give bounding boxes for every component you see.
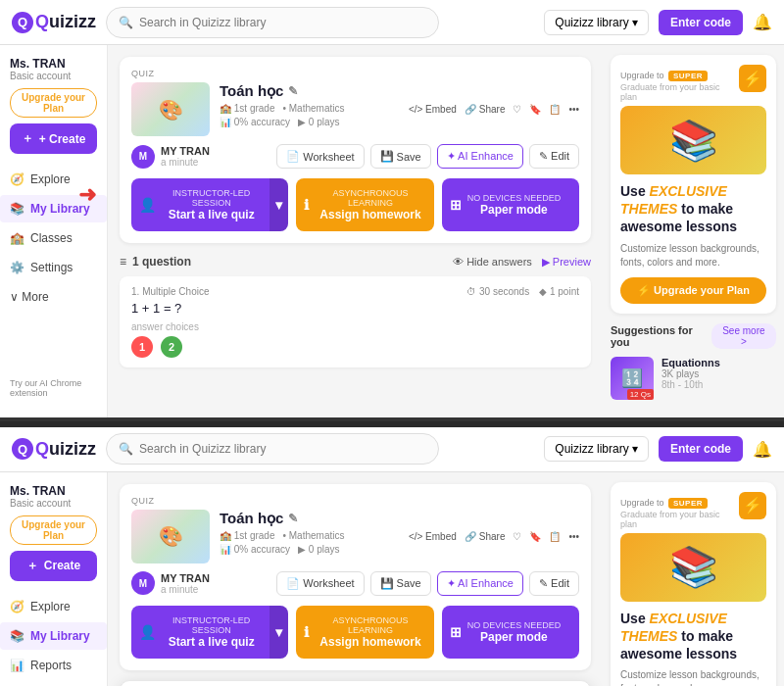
plus-icon: ＋: [22, 130, 33, 147]
author-row-2: M MY TRAN a minute 📄 Worksheet 💾: [131, 571, 579, 596]
upgrade-plan-sidebar-button-2[interactable]: Upgrade your Plan: [10, 515, 97, 545]
questions-header: ≡ 1 question 👁 Hide answers ▶ Preview: [120, 255, 591, 269]
save-button[interactable]: 💾 Save: [370, 144, 431, 169]
edit-button-2[interactable]: ✎ Edit: [529, 571, 579, 596]
notification-bell-icon-2[interactable]: 🔔: [753, 440, 772, 459]
explore-icon-2: 🧭: [10, 600, 24, 613]
worksheet-button[interactable]: 📄 Worksheet: [276, 144, 364, 169]
action-buttons-2: 📄 Worksheet 💾 Save ✦ AI Enhance ✎ Edit: [276, 571, 579, 596]
see-more-button[interactable]: See more >: [711, 323, 776, 349]
subject-badge: • Mathematics: [282, 103, 344, 114]
author-details: MY TRAN a minute: [161, 145, 210, 168]
navbar: Q Quizizz 🔍 Quizizz library ▾ Enter code…: [0, 0, 784, 45]
quizizz-library-button[interactable]: Quizizz library ▾: [544, 10, 649, 35]
ai-enhance-button[interactable]: ✦ AI Enhance: [437, 144, 523, 169]
like-icon[interactable]: ♡: [513, 104, 521, 115]
author-time-2: a minute: [161, 584, 210, 595]
answers: 1 2: [131, 336, 579, 358]
homework-icon-2: ℹ: [304, 624, 309, 640]
try-ai-label: Try our AI Chrome extension: [0, 370, 107, 406]
ai-enhance-button-2[interactable]: ✦ AI Enhance: [437, 571, 523, 596]
copy-icon-2[interactable]: 📋: [549, 531, 561, 542]
promo-headline: Use EXCLUSIVE THEMES to make awesome les…: [620, 182, 766, 236]
enter-code-button[interactable]: Enter code: [659, 10, 743, 35]
more-options-icon-2[interactable]: •••: [568, 531, 579, 542]
enter-code-button-2[interactable]: Enter code: [659, 436, 743, 462]
author-name-2: MY TRAN: [161, 572, 210, 584]
library-icon-2: 📚: [10, 629, 24, 643]
paper-mode-button[interactable]: ⊞ NO DEVICES NEEDED Paper mode: [442, 178, 579, 231]
search-input-2[interactable]: [139, 442, 426, 456]
assign-homework-button[interactable]: ℹ ASYNCHRONOUS LEARNING Assign homework: [296, 178, 433, 231]
search-input[interactable]: [139, 16, 426, 29]
plays-stat-2: ▶ 0 plays: [298, 544, 339, 555]
promo-description: Customize lesson backgrounds, fonts, col…: [620, 242, 766, 270]
promo-icon: ⚡: [739, 65, 766, 92]
promo-card-2: Upgrade to SUPER Graduate from your basi…: [611, 482, 776, 686]
create-button-2[interactable]: ＋ Create: [10, 551, 97, 581]
sidebar-item-classes[interactable]: 🏫 Classes: [0, 224, 107, 252]
more-options-icon[interactable]: •••: [568, 104, 579, 115]
embed-link[interactable]: </> Embed: [409, 104, 457, 115]
accuracy-stat-2: 📊 0% accuracy: [220, 544, 290, 555]
user-name: Ms. TRAN: [10, 57, 97, 71]
assign-homework-button-2[interactable]: ℹ ASYNCHRONOUS LEARNING Assign homework: [296, 606, 433, 659]
author-name: MY TRAN: [161, 145, 210, 157]
suggestion-grade-0: 8th - 10th: [662, 379, 776, 390]
save-button-2[interactable]: 💾 Save: [370, 571, 431, 596]
quiz-card-2: QUIZ 🎨 Toán học ✎ 🏫 1st grade • Mathemat…: [120, 484, 591, 670]
quiz-meta: 🏫 1st grade • Mathematics: [220, 103, 399, 114]
copy-icon[interactable]: 📋: [549, 104, 561, 115]
assign-buttons-row-2: 👤 INSTRUCTOR-LED SESSION Start a live qu…: [131, 606, 579, 659]
sidebar-item-my-library-2[interactable]: 📚 My Library: [0, 622, 107, 650]
quiz-thumbnail-2: 🎨: [131, 510, 210, 564]
edit-title-icon[interactable]: ✎: [288, 84, 298, 98]
upgrade-plan-sidebar-button[interactable]: Upgrade your Plan: [10, 88, 97, 118]
logo-icon-2: Q: [12, 438, 33, 460]
share-link[interactable]: 🔗 Share: [465, 104, 506, 115]
action-buttons: 📄 Worksheet 💾 Save ✦ AI Enhance ✎ Edit: [276, 144, 579, 169]
notification-bell-icon[interactable]: 🔔: [753, 13, 772, 31]
sidebar-right-2: Upgrade to SUPER Graduate from your basi…: [603, 472, 784, 686]
quiz-label: QUIZ: [131, 69, 579, 78]
user-role: Basic account: [10, 71, 97, 81]
hide-answers-button[interactable]: 👁 Hide answers: [453, 256, 532, 268]
search-bar[interactable]: 🔍: [106, 7, 439, 38]
sidebar-item-reports-2[interactable]: 📊 Reports: [0, 652, 107, 679]
author-row: M MY TRAN a minute 📄 Worksheet 💾: [131, 144, 579, 169]
save-icon-2: 💾: [380, 577, 394, 590]
worksheet-button-2[interactable]: 📄 Worksheet: [276, 571, 364, 596]
sidebar-item-more[interactable]: ∨ More: [0, 283, 107, 311]
live-quiz-dropdown-icon[interactable]: ▾: [270, 178, 288, 231]
sidebar-item-classes-2[interactable]: 🏫 Classes: [0, 681, 107, 686]
logo-text: Quizizz: [35, 12, 96, 32]
edit-button[interactable]: ✎ Edit: [529, 144, 579, 169]
preview-button[interactable]: ▶ Preview: [542, 256, 591, 269]
live-icon-2: 👤: [139, 624, 156, 640]
author-info: M MY TRAN a minute: [131, 145, 210, 169]
sidebar-item-explore-2[interactable]: 🧭 Explore: [0, 593, 107, 620]
live-quiz-dropdown-icon-2[interactable]: ▾: [270, 606, 288, 659]
start-live-quiz-button[interactable]: 👤 INSTRUCTOR-LED SESSION Start a live qu…: [131, 178, 288, 231]
suggestions-title: Suggestions for you: [611, 324, 711, 348]
paper-icon: ⊞: [450, 197, 462, 213]
bookmark-icon[interactable]: 🔖: [529, 104, 541, 115]
dropdown-popup: 📊 Classic Students answer at their own p…: [120, 680, 591, 686]
create-button[interactable]: ＋ + Create: [10, 123, 97, 154]
bookmark-icon-2[interactable]: 🔖: [529, 531, 541, 542]
quizizz-library-button-2[interactable]: Quizizz library ▾: [544, 436, 649, 462]
library-icon: 📚: [10, 202, 24, 216]
like-icon-2[interactable]: ♡: [513, 531, 521, 542]
share-link-2[interactable]: 🔗 Share: [465, 531, 506, 542]
search-bar-2[interactable]: 🔍: [106, 433, 439, 465]
embed-link-2[interactable]: </> Embed: [409, 531, 457, 542]
sidebar-item-settings[interactable]: ⚙️ Settings: [0, 254, 107, 281]
upgrade-plan-button[interactable]: ⚡ Upgrade your Plan: [620, 277, 766, 304]
plays-stat: ▶ 0 plays: [298, 117, 339, 127]
edit-title-icon-2[interactable]: ✎: [288, 512, 298, 525]
start-live-quiz-button-2[interactable]: 👤 INSTRUCTOR-LED SESSION Start a live qu…: [131, 606, 288, 659]
promo-top: Upgrade to SUPER Graduate from your basi…: [620, 65, 766, 102]
points-meta: ◆ 1 point: [539, 286, 579, 297]
paper-mode-button-2[interactable]: ⊞ NO DEVICES NEEDED Paper mode: [442, 606, 579, 659]
worksheet-icon-2: 📄: [286, 577, 300, 590]
